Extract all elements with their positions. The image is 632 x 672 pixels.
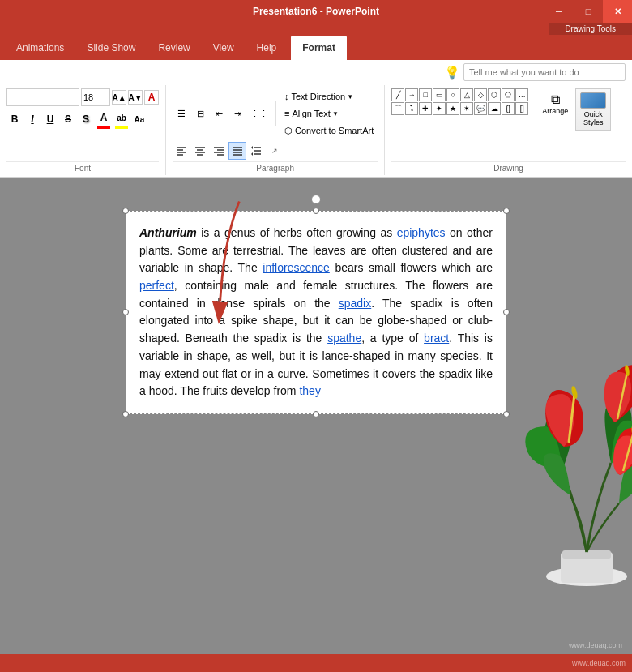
text-direction-align-container: ↕ Text Direction ▼ ≡ Align Text ▼ ⬡ [280, 88, 378, 139]
anthurium-italic: Anthurium [139, 226, 197, 239]
align-center-button[interactable] [191, 142, 209, 160]
justify-button[interactable] [228, 142, 246, 160]
tab-help[interactable]: Help [246, 36, 288, 60]
handle-mr[interactable] [503, 309, 510, 315]
handle-tl[interactable] [122, 208, 129, 214]
text-box[interactable]: Anthurium is a genus of herbs often grow… [126, 211, 506, 414]
lightbulb-icon: 💡 [444, 65, 460, 80]
highlight-color-container: ab [113, 109, 130, 129]
spathe-link[interactable]: spathe [327, 332, 361, 345]
increase-indent-button[interactable]: ⇥ [228, 105, 246, 122]
decrease-indent-button[interactable]: ⇤ [210, 105, 228, 122]
page-body: Presentation6 - PowerPoint ─ □ ✕ Drawing… [0, 0, 632, 672]
handle-tm[interactable] [313, 208, 319, 214]
text-content: Anthurium is a genus of herbs often grow… [139, 225, 493, 400]
perfect-link[interactable]: perfect [139, 279, 174, 292]
font-size-inc-button[interactable]: A▲ [112, 90, 126, 105]
text-direction-label: Text Direction [292, 92, 346, 101]
they-link[interactable]: they [299, 384, 320, 397]
drawing-group: ╱ → □ ▭ ○ △ ◇ ⬡ ⬠ … ⌒ ⤵ ✚ ✦ [385, 85, 632, 175]
convert-smartart-label: Convert to SmartArt [295, 126, 374, 135]
strikethrough-button[interactable]: S [60, 111, 76, 127]
shape-curve[interactable]: ⌒ [391, 102, 404, 115]
shape-pentagon[interactable]: ⬠ [502, 88, 515, 101]
shape-star4[interactable]: ✦ [433, 102, 446, 115]
shape-cloud[interactable]: ☁ [488, 102, 501, 115]
font-color-button[interactable]: A [96, 109, 112, 126]
align-left-button[interactable] [173, 142, 190, 160]
anthurium-svg [506, 341, 632, 593]
font-size-input[interactable] [81, 88, 110, 106]
shape-oval[interactable]: ○ [446, 88, 459, 101]
handle-bl[interactable] [122, 411, 129, 417]
bract-link[interactable]: bract [424, 332, 449, 345]
shape-callout[interactable]: 💬 [474, 102, 487, 115]
align-left-icon [176, 146, 187, 156]
font-group-label: Font [6, 161, 159, 175]
shape-line[interactable]: ╱ [391, 88, 404, 101]
text-direction-button[interactable]: ↕ Text Direction ▼ [280, 88, 378, 105]
case-button[interactable]: Aa [131, 111, 147, 127]
tab-animations[interactable]: Animations [5, 36, 75, 60]
shadow-button[interactable]: S [78, 111, 94, 127]
maximize-button[interactable]: □ [574, 0, 603, 23]
minimize-button[interactable]: ─ [544, 0, 574, 23]
shape-diamond[interactable]: ◇ [474, 88, 487, 101]
underline-button[interactable]: U [42, 111, 58, 127]
arrange-button[interactable]: ⧉ Arrange [538, 88, 572, 131]
close-button[interactable]: ✕ [603, 0, 632, 23]
tab-review[interactable]: Review [147, 36, 201, 60]
font-group: A▲ A▼ A B I U S S A [0, 85, 166, 175]
shape-brace[interactable]: {} [502, 102, 515, 115]
shape-bracket[interactable]: [] [515, 102, 528, 115]
tab-slideshow[interactable]: Slide Show [75, 36, 147, 60]
handle-tr[interactable] [503, 208, 510, 214]
font-face-row: A▲ A▼ A [6, 88, 159, 106]
bold-button[interactable]: B [6, 111, 23, 127]
title-bar: Presentation6 - PowerPoint ─ □ ✕ [0, 0, 632, 23]
tell-me-input[interactable] [463, 63, 626, 81]
status-watermark: www.deuaq.com [572, 659, 626, 667]
handle-bm[interactable] [313, 411, 319, 417]
align-right-icon [213, 146, 224, 156]
italic-button[interactable]: I [24, 111, 41, 127]
line-spacing-button[interactable] [247, 142, 265, 160]
tab-view[interactable]: View [202, 36, 246, 60]
column-spacing-button[interactable]: ⋮⋮ [247, 105, 271, 122]
inflorescence-link[interactable]: inflorescence [263, 261, 330, 274]
shape-cross[interactable]: ✚ [419, 102, 432, 115]
plant-image [506, 341, 632, 593]
paragraph-group-content: ☰ ⊟ ⇤ ⇥ ⋮⋮ ↕ Text Direction ▼ [173, 88, 378, 160]
spadix-link[interactable]: spadix [339, 297, 371, 310]
quick-styles-preview [580, 92, 606, 109]
font-size-dec-button[interactable]: A▼ [128, 90, 143, 105]
numbering-button[interactable]: ⊟ [191, 105, 209, 122]
shape-arrow[interactable]: → [405, 88, 418, 101]
text-direction-icon: ↕ [284, 92, 289, 101]
rotate-handle[interactable] [311, 195, 321, 204]
quick-styles-label: Quick Styles [578, 110, 609, 126]
convert-smartart-button[interactable]: ⬡ Convert to SmartArt [280, 122, 378, 139]
tab-format[interactable]: Format [291, 36, 347, 60]
handle-br[interactable] [503, 411, 510, 417]
shape-triangle[interactable]: △ [460, 88, 473, 101]
shape-star6[interactable]: ✶ [460, 102, 473, 115]
ribbon-top-bar: 💡 [0, 60, 632, 83]
shape-more[interactable]: … [515, 88, 528, 101]
epiphytes-link[interactable]: epiphytes [397, 226, 446, 239]
drawing-actions: ⧉ Arrange [538, 88, 572, 131]
shape-rounded-rect[interactable]: ▭ [433, 88, 446, 101]
align-right-button[interactable] [210, 142, 228, 160]
content-area: Anthurium is a genus of herbs often grow… [0, 178, 632, 654]
align-text-button[interactable]: ≡ Align Text ▼ [280, 105, 378, 122]
clear-formatting-button[interactable]: A [144, 90, 159, 105]
shape-hex[interactable]: ⬡ [488, 88, 501, 101]
quick-styles-button[interactable]: Quick Styles [575, 88, 611, 131]
shape-rect[interactable]: □ [419, 88, 432, 101]
bullets-button[interactable]: ☰ [173, 105, 190, 122]
paragraph-dialog-launcher[interactable]: ↗ [266, 142, 284, 160]
shape-star5[interactable]: ★ [446, 102, 459, 115]
highlight-color-button[interactable]: ab [113, 109, 130, 126]
shape-connector[interactable]: ⤵ [405, 102, 418, 115]
font-face-input[interactable] [6, 88, 79, 106]
